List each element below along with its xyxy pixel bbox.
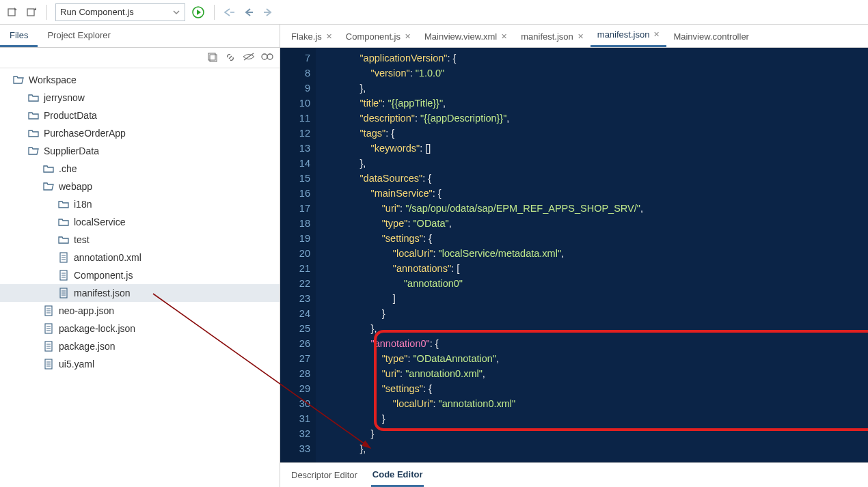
- export-icon[interactable]: [25, 5, 38, 19]
- line-number: 18: [280, 216, 310, 231]
- code-line: },: [316, 156, 868, 171]
- bottom-tab-code-editor[interactable]: Code Editor: [371, 464, 424, 487]
- file-tree[interactable]: WorkspacejerrysnowProductDataPurchaseOrd…: [0, 68, 280, 487]
- folder-icon: [27, 109, 40, 122]
- line-number: 27: [280, 351, 310, 366]
- file-icon: [42, 322, 55, 335]
- tree-item-Workspace[interactable]: Workspace: [0, 71, 280, 89]
- close-icon[interactable]: ✕: [405, 32, 411, 41]
- line-number: 25: [280, 321, 310, 336]
- file-icon: [57, 251, 70, 264]
- line-number: 21: [280, 261, 310, 276]
- tree-item-jerrysnow[interactable]: jerrysnow: [0, 89, 280, 107]
- line-number: 17: [280, 201, 310, 216]
- divider: [46, 5, 47, 20]
- code-line: "settings": {: [316, 231, 868, 246]
- line-number: 22: [280, 276, 310, 291]
- code-line: },: [316, 81, 868, 96]
- line-number: 7: [280, 51, 310, 66]
- tree-item-PurchaseOrderApp[interactable]: PurchaseOrderApp: [0, 124, 280, 142]
- divider: [214, 5, 215, 20]
- tree-item-ProductData[interactable]: ProductData: [0, 107, 280, 124]
- sidebar-tab-files[interactable]: Files: [0, 25, 38, 47]
- line-number: 16: [280, 186, 310, 201]
- line-number: 15: [280, 171, 310, 186]
- close-icon[interactable]: ✕: [578, 32, 584, 41]
- folder-icon: [57, 216, 70, 228]
- editor-tab-2[interactable]: Mainview.view.xml✕: [418, 26, 514, 47]
- code-line: "annotation0": [316, 276, 868, 291]
- step-back-icon[interactable]: [223, 5, 236, 19]
- tree-label: test: [74, 234, 90, 245]
- nav-forward-icon[interactable]: [261, 5, 275, 19]
- svg-point-7: [267, 54, 273, 59]
- line-number: 10: [280, 96, 310, 111]
- tree-item-package-lock.json[interactable]: package-lock.json: [0, 320, 280, 337]
- tree-item-webapp[interactable]: webapp: [0, 178, 280, 195]
- tree-item-SupplierData[interactable]: SupplierData: [0, 142, 280, 160]
- code-line: "tags": {: [316, 126, 868, 141]
- close-icon[interactable]: ✕: [326, 32, 332, 41]
- line-number: 11: [280, 111, 310, 126]
- svg-rect-1: [27, 9, 34, 16]
- tree-item-Component.js[interactable]: Component.js: [0, 266, 280, 284]
- nav-back-icon[interactable]: [242, 5, 256, 19]
- code-editor[interactable]: 7891011121314151617181920212223242526272…: [280, 48, 868, 462]
- tree-item-ui5.yaml[interactable]: ui5.yaml: [0, 355, 280, 373]
- code-line: }: [316, 426, 868, 441]
- bottom-tab-descriptor-editor[interactable]: Descriptor Editor: [290, 464, 359, 486]
- editor-tab-3[interactable]: manifest.json✕: [514, 26, 591, 47]
- tree-label: ui5.yaml: [59, 359, 94, 370]
- view-icon[interactable]: [260, 52, 273, 64]
- code-line: "mainService": {: [316, 186, 868, 201]
- file-icon: [57, 287, 70, 299]
- editor-tab-4[interactable]: manifest.json✕: [591, 25, 667, 47]
- line-number: 24: [280, 306, 310, 321]
- folder-icon: [27, 127, 40, 139]
- line-number: 29: [280, 381, 310, 396]
- line-number: 20: [280, 246, 310, 261]
- code-line: "localUri": "annotation0.xml": [316, 396, 868, 411]
- tree-label: i18n: [74, 199, 92, 210]
- tree-item-test[interactable]: test: [0, 231, 280, 249]
- code-line: "localUri": "localService/metadata.xml",: [316, 246, 868, 261]
- import-icon[interactable]: [5, 5, 19, 19]
- code-line: "dataSources": {: [316, 171, 868, 186]
- collapse-all-icon[interactable]: [207, 52, 219, 64]
- code-line: "description": "{{appDescription}}",: [316, 111, 868, 126]
- tree-item-manifest.json[interactable]: manifest.json: [0, 284, 280, 302]
- code-line: "type": "OData",: [316, 216, 868, 231]
- tree-label: annotation0.xml: [74, 252, 141, 263]
- editor-tab-0[interactable]: Flake.js✕: [284, 26, 339, 47]
- close-icon[interactable]: ✕: [653, 30, 660, 39]
- tree-item-i18n[interactable]: i18n: [0, 195, 280, 213]
- folder-open-icon: [42, 180, 55, 193]
- tree-label: SupplierData: [44, 145, 99, 156]
- code-line: },: [316, 441, 868, 456]
- tree-item-package.json[interactable]: package.json: [0, 337, 280, 355]
- editor-tab-1[interactable]: Component.js✕: [339, 26, 418, 47]
- editor-tab-5[interactable]: Mainview.controller: [666, 26, 756, 47]
- code-line: "uri": "annotation0.xml",: [316, 366, 868, 381]
- code-line: }: [316, 411, 868, 426]
- tree-label: Workspace: [29, 74, 77, 85]
- tree-label: jerrysnow: [44, 92, 85, 103]
- link-icon[interactable]: [225, 52, 237, 64]
- line-number: 12: [280, 126, 310, 141]
- run-config-dropdown[interactable]: Run Component.js: [55, 3, 185, 21]
- folder-open-icon: [27, 145, 40, 157]
- tree-label: .che: [59, 163, 77, 174]
- sidebar-tab-project-explorer[interactable]: Project Explorer: [38, 25, 120, 47]
- code-line: "applicationVersion": {: [316, 51, 868, 66]
- tab-label: Mainview.view.xml: [424, 31, 497, 42]
- run-button[interactable]: [191, 5, 206, 20]
- tree-item-neo-app.json[interactable]: neo-app.json: [0, 302, 280, 320]
- tree-item-.che[interactable]: .che: [0, 160, 280, 178]
- hide-icon[interactable]: [243, 52, 255, 64]
- tree-item-localService[interactable]: localService: [0, 213, 280, 231]
- tree-item-annotation0.xml[interactable]: annotation0.xml: [0, 249, 280, 266]
- close-icon[interactable]: ✕: [501, 32, 507, 41]
- editor-tabs: Flake.js✕Component.js✕Mainview.view.xml✕…: [280, 25, 868, 48]
- main-layout: FilesProject Explorer Workspacejerrysnow…: [0, 25, 868, 487]
- code-line: "annotation0": {: [316, 336, 868, 351]
